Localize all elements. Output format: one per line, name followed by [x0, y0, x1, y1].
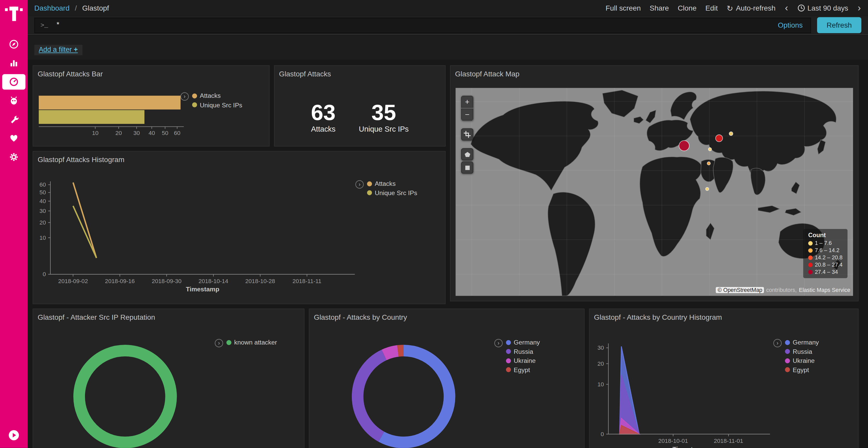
- time-forward-button[interactable]: ›: [857, 3, 861, 13]
- map-draw-polygon-button[interactable]: [461, 148, 473, 160]
- share-button[interactable]: Share: [650, 4, 669, 12]
- legend-label: Russia: [793, 348, 812, 355]
- legend-item[interactable]: 14.2 – 20.8: [808, 254, 842, 261]
- legend-label: Attacks: [200, 92, 221, 99]
- query-options-link[interactable]: Options: [778, 21, 803, 29]
- query-input[interactable]: >_ * Options: [34, 18, 811, 33]
- map-draw-rectangle-button[interactable]: [461, 162, 473, 174]
- sidebar-item-visualize[interactable]: [0, 54, 28, 72]
- chart-legend: AttacksUnique Src IPs: [367, 180, 417, 199]
- legend-toggle-icon[interactable]: ›: [494, 339, 503, 347]
- svg-text:50: 50: [162, 130, 168, 136]
- svg-text:Timestamp: Timestamp: [673, 446, 706, 448]
- panel-title: Glastopf Attacks: [275, 66, 445, 80]
- sidebar-item-management[interactable]: [0, 148, 28, 167]
- legend-item[interactable]: Unique Src IPs: [192, 101, 242, 108]
- svg-text:0: 0: [601, 431, 604, 438]
- legend-label: Unique Src IPs: [200, 101, 242, 108]
- map-fit-data-button[interactable]: [461, 128, 473, 140]
- map-land: [471, 90, 841, 296]
- svg-text:20: 20: [39, 219, 46, 226]
- svg-text:40: 40: [149, 130, 155, 136]
- svg-text:2018-10-14: 2018-10-14: [199, 278, 228, 284]
- play-circle-icon: [8, 429, 20, 441]
- legend-label: Ukraine: [514, 357, 536, 364]
- legend-item[interactable]: Russia: [506, 348, 540, 355]
- breadcrumb-dashboard-link[interactable]: Dashboard: [34, 4, 69, 12]
- chart-legend: AttacksUnique Src IPs: [192, 92, 242, 111]
- legend-label: Egypt: [793, 367, 809, 373]
- full-screen-button[interactable]: Full screen: [606, 4, 641, 12]
- legend-swatch: [506, 367, 511, 372]
- legend-item[interactable]: 7.6 – 14.2: [808, 247, 842, 253]
- time-range-button[interactable]: Last 90 days: [798, 4, 848, 12]
- legend-item[interactable]: Ukraine: [785, 357, 819, 364]
- sidebar-item-dashboard[interactable]: [0, 72, 28, 91]
- svg-text:2018-09-16: 2018-09-16: [105, 278, 134, 284]
- svg-text:30: 30: [39, 208, 46, 214]
- legend-item[interactable]: Ukraine: [506, 357, 540, 364]
- svg-text:20: 20: [597, 360, 604, 367]
- panel-attacks-by-country-histogram: Glastopf - Attacks by Country Histogram …: [589, 309, 859, 448]
- edit-button[interactable]: Edit: [706, 4, 718, 12]
- panel-title: Glastopf - Attacker Src IP Reputation: [33, 309, 304, 323]
- heart-icon: [9, 133, 19, 143]
- legend-item[interactable]: known attacker: [226, 339, 277, 346]
- legend-item[interactable]: 1 – 7.6: [808, 240, 842, 246]
- chart-legend: GermanyRussiaUkraineEgypt: [785, 339, 819, 376]
- elastic-maps-service-link[interactable]: Elastic Maps Service: [799, 287, 850, 293]
- dashboard-icon: [9, 77, 19, 87]
- legend-item[interactable]: Russia: [785, 348, 819, 355]
- bar-chart-icon: [9, 58, 19, 68]
- crop-icon: [463, 131, 471, 138]
- app-nav: [0, 35, 28, 167]
- openstreetmap-link[interactable]: © OpenStreetMap: [716, 287, 764, 293]
- sidebar-item-honeypot[interactable]: [0, 91, 28, 110]
- time-back-button[interactable]: ‹: [784, 3, 788, 13]
- world-map[interactable]: + −: [456, 88, 853, 296]
- legend-toggle-icon[interactable]: ›: [773, 339, 782, 347]
- wrench-icon: [9, 114, 19, 125]
- legend-item[interactable]: Egypt: [506, 367, 540, 373]
- query-value[interactable]: *: [56, 21, 778, 29]
- legend-toggle-icon[interactable]: ›: [355, 180, 364, 188]
- legend-toggle-icon[interactable]: ›: [181, 92, 189, 101]
- legend-item[interactable]: Attacks: [192, 92, 242, 99]
- top-nav-bar: Dashboard / Glastopf Full screen Share C…: [28, 0, 868, 16]
- legend-item[interactable]: 20.8 – 27.4: [808, 262, 842, 268]
- svg-text:2018-10-28: 2018-10-28: [245, 278, 275, 284]
- country-donut-chart[interactable]: [348, 341, 459, 448]
- legend-item[interactable]: Germany: [506, 339, 540, 346]
- legend-item[interactable]: Germany: [785, 339, 819, 346]
- refresh-button[interactable]: Refresh: [817, 17, 861, 33]
- legend-swatch: [808, 263, 812, 267]
- sidebar-item-monitoring[interactable]: [0, 129, 28, 148]
- app-sidebar: [0, 0, 28, 448]
- rectangle-icon: [464, 164, 471, 171]
- legend-label: 1 – 7.6: [815, 240, 832, 246]
- add-filter-link[interactable]: Add a filter +: [34, 45, 82, 56]
- legend-item[interactable]: Unique Src IPs: [367, 189, 417, 196]
- map-zoom-in-button[interactable]: +: [461, 96, 473, 108]
- clone-button[interactable]: Clone: [678, 4, 696, 12]
- legend-item[interactable]: 27.4 – 34: [808, 269, 842, 275]
- legend-item[interactable]: Egypt: [785, 367, 819, 373]
- legend-item[interactable]: Attacks: [367, 180, 417, 187]
- sidebar-item-discover[interactable]: [0, 35, 28, 54]
- compass-icon: [9, 39, 19, 49]
- auto-refresh-button[interactable]: ↻ Auto-refresh: [727, 4, 776, 12]
- legend-toggle-icon[interactable]: ›: [215, 339, 223, 347]
- logo-dot: [20, 8, 23, 11]
- reputation-donut-chart[interactable]: [70, 341, 181, 448]
- attacks-line-chart[interactable]: 01020304050602018-09-022018-09-162018-09…: [33, 151, 445, 304]
- country-area-chart[interactable]: 01020302018-10-012018-11-01Timestamp: [590, 309, 858, 448]
- panel-attack-map: Glastopf Attack Map: [450, 65, 859, 302]
- metric-unique-src-ips: 35 Unique Src IPs: [359, 101, 409, 133]
- sidebar-item-devtools[interactable]: [0, 110, 28, 129]
- svg-text:20: 20: [116, 130, 122, 136]
- sidebar-collapse-button[interactable]: [8, 429, 20, 444]
- telekom-logo: [4, 5, 23, 23]
- map-zoom-out-button[interactable]: −: [461, 108, 473, 120]
- active-item-highlight: [2, 74, 26, 90]
- svg-text:10: 10: [39, 235, 46, 241]
